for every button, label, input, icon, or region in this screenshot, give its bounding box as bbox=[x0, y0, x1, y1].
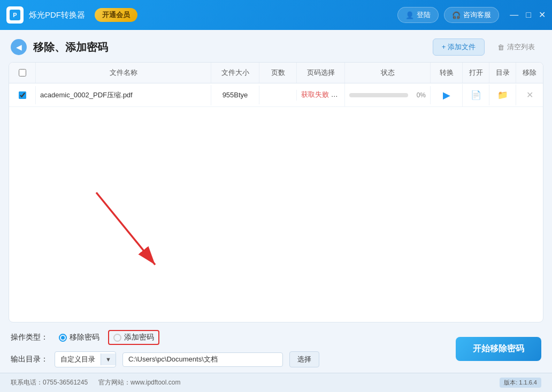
out-label: 输出目录： bbox=[11, 355, 48, 364]
dir-path-input[interactable] bbox=[122, 352, 283, 367]
add-pwd-radio-btn[interactable] bbox=[113, 334, 121, 342]
bottom-row-main: 操作类型： 移除密码 添加密码 bbox=[11, 330, 541, 367]
table-header: 文件名称 文件大小 页数 页码选择 状态 转换 打开 目录 移除 bbox=[9, 63, 543, 83]
headset-icon: 🎧 bbox=[452, 11, 461, 19]
progress-text: 0% bbox=[411, 91, 426, 99]
vip-button[interactable]: 开通会员 bbox=[95, 8, 137, 22]
file-icon[interactable]: 📄 bbox=[471, 90, 481, 99]
th-remove: 移除 bbox=[516, 63, 543, 83]
th-status: 状态 bbox=[345, 63, 431, 83]
th-dir: 目录 bbox=[489, 63, 516, 83]
row-filename: academic_0002_PDF压缩.pdf bbox=[36, 85, 211, 105]
maximize-button[interactable]: □ bbox=[526, 11, 531, 19]
th-pages: 页数 bbox=[259, 63, 297, 83]
th-open: 打开 bbox=[463, 63, 489, 83]
progress-bar-bg bbox=[349, 93, 408, 97]
dir-select-wrap: 自定义目录 ▼ bbox=[55, 351, 116, 367]
login-button[interactable]: 👤 登陆 bbox=[397, 7, 439, 23]
website-label: 官方网站：www.ipdftool.com bbox=[98, 378, 180, 387]
th-convert: 转换 bbox=[431, 63, 463, 83]
get-error-text: 获取失败 bbox=[301, 90, 329, 98]
remove-pwd-label: 移除密码 bbox=[70, 333, 99, 342]
remove-pwd-radio-btn[interactable] bbox=[59, 334, 67, 342]
file-table: 文件名称 文件大小 页数 页码选择 状态 转换 打开 目录 移除 academi… bbox=[9, 62, 543, 322]
table-body: academic_0002_PDF压缩.pdf 955Btye 获取失败 全部 … bbox=[9, 83, 543, 322]
minimize-button[interactable]: — bbox=[510, 11, 518, 19]
row-open-icon[interactable]: 📄 bbox=[463, 84, 489, 105]
page-title: 移除、添加密码 bbox=[33, 40, 108, 55]
logo-icon: P bbox=[10, 10, 20, 20]
dir-select-arrow[interactable]: ▼ bbox=[101, 353, 116, 365]
row-delete-icon[interactable]: ✕ bbox=[516, 84, 543, 105]
row-convert-icon[interactable]: ▶ bbox=[431, 84, 463, 106]
app-title: 烁光PDF转换器 bbox=[29, 10, 85, 20]
support-button[interactable]: 🎧 咨询客服 bbox=[444, 7, 499, 23]
row-status-progress: 0% bbox=[345, 86, 431, 104]
version-badge: 版本: 1.1.6.4 bbox=[500, 378, 541, 388]
close-button[interactable]: ✕ bbox=[539, 11, 546, 19]
row-checkbox[interactable] bbox=[19, 91, 26, 99]
clear-list-button[interactable]: 🗑 清空列表 bbox=[491, 39, 541, 55]
select-dir-button[interactable]: 选择 bbox=[289, 351, 319, 367]
add-pwd-highlight: 添加密码 bbox=[108, 330, 159, 345]
add-pwd-label: 添加密码 bbox=[124, 333, 154, 342]
output-row: 输出目录： 自定义目录 ▼ 选择 bbox=[11, 351, 456, 367]
row-checkbox-cell bbox=[9, 86, 36, 104]
phone-label: 联系电话：0755-36561245 bbox=[11, 378, 88, 387]
page-header: ◀ 移除、添加密码 + 添加文件 🗑 清空列表 bbox=[0, 30, 552, 62]
dir-select-text: 自定义目录 bbox=[55, 352, 101, 367]
row-pages bbox=[259, 90, 297, 101]
add-pwd-radio[interactable]: 添加密码 bbox=[113, 333, 154, 342]
row-filesize: 955Btye bbox=[211, 86, 259, 104]
page-header-left: ◀ 移除、添加密码 bbox=[11, 39, 108, 55]
th-checkbox bbox=[9, 63, 36, 83]
th-filesize: 文件大小 bbox=[211, 63, 259, 83]
table-row: academic_0002_PDF压缩.pdf 955Btye 获取失败 全部 … bbox=[9, 83, 543, 107]
op-label: 操作类型： bbox=[11, 333, 48, 342]
start-button[interactable]: 开始移除密码 bbox=[456, 337, 541, 361]
bottom-section: 操作类型： 移除密码 添加密码 bbox=[0, 322, 552, 373]
play-icon[interactable]: ▶ bbox=[443, 90, 450, 101]
row-dir-icon[interactable]: 📁 bbox=[489, 84, 516, 105]
operation-row: 操作类型： 移除密码 添加密码 bbox=[11, 330, 456, 345]
add-file-button[interactable]: + 添加文件 bbox=[433, 39, 485, 56]
app-logo: P bbox=[6, 6, 24, 24]
delete-icon[interactable]: ✕ bbox=[526, 90, 533, 99]
folder-icon[interactable]: 📁 bbox=[497, 90, 508, 99]
footer: 联系电话：0755-36561245 官方网站：www.ipdftool.com… bbox=[0, 373, 552, 392]
radio-group: 移除密码 添加密码 bbox=[59, 330, 159, 345]
main-content: ◀ 移除、添加密码 + 添加文件 🗑 清空列表 文件名称 文件大小 页数 页码选… bbox=[0, 30, 552, 392]
window-controls: — □ ✕ bbox=[510, 11, 546, 19]
th-page-select: 页码选择 bbox=[297, 63, 345, 83]
row-page-select: 获取失败 全部 bbox=[297, 83, 345, 106]
select-all-checkbox[interactable] bbox=[19, 69, 26, 76]
remove-pwd-radio[interactable]: 移除密码 bbox=[59, 333, 99, 342]
trash-icon: 🗑 bbox=[497, 43, 504, 51]
title-bar: P 烁光PDF转换器 开通会员 👤 登陆 🎧 咨询客服 — □ ✕ bbox=[0, 0, 552, 30]
back-button[interactable]: ◀ bbox=[11, 39, 27, 55]
page-select-button[interactable]: 全部 bbox=[333, 89, 345, 101]
page-header-right: + 添加文件 🗑 清空列表 bbox=[433, 39, 541, 56]
user-icon: 👤 bbox=[405, 11, 414, 19]
th-filename: 文件名称 bbox=[36, 63, 211, 83]
